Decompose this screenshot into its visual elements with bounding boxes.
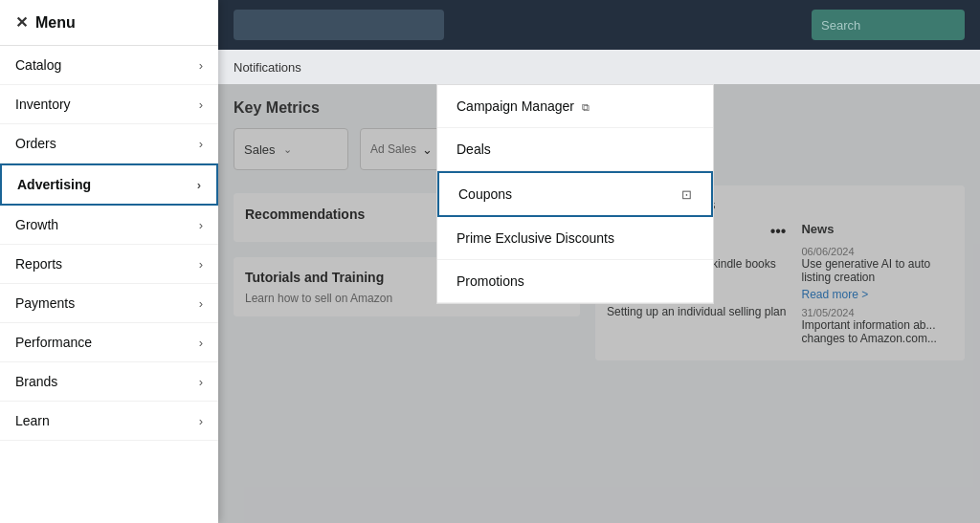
sidebar-header: ✕ Menu — [0, 0, 218, 46]
sidebar-item-reports[interactable]: Reports › — [0, 245, 218, 284]
sidebar: ✕ Menu Catalog › Inventory › Orders › Ad… — [0, 0, 218, 523]
search-bar-left[interactable] — [234, 10, 444, 40]
sidebar-payments-label: Payments — [15, 295, 75, 311]
sidebar-learn-label: Learn — [15, 413, 50, 428]
sidebar-item-orders[interactable]: Orders › — [0, 124, 218, 163]
coupons-label: Coupons — [458, 186, 512, 202]
adv-menu-prime-exclusive-discounts[interactable]: Prime Exclusive Discounts — [437, 217, 713, 260]
chevron-right-icon: › — [199, 336, 203, 350]
chevron-right-icon: › — [199, 98, 203, 112]
adv-menu-promotions[interactable]: Promotions — [437, 260, 713, 303]
sidebar-item-growth[interactable]: Growth › — [0, 206, 218, 245]
chevron-right-icon: › — [199, 218, 203, 232]
sidebar-growth-label: Growth — [15, 217, 58, 232]
search-label: Search — [821, 18, 860, 33]
sidebar-catalog-label: Catalog — [15, 57, 61, 73]
sidebar-item-learn[interactable]: Learn › — [0, 402, 218, 441]
bookmark-icon: ⊡ — [681, 187, 692, 202]
chevron-right-icon: › — [199, 257, 203, 272]
search-input[interactable]: Search — [812, 10, 965, 40]
deals-label: Deals — [457, 142, 491, 157]
sidebar-performance-label: Performance — [15, 335, 92, 350]
sidebar-menu-label: Menu — [35, 14, 76, 32]
prime-exclusive-label: Prime Exclusive Discounts — [457, 230, 614, 246]
notifications-label: Notifications — [234, 60, 301, 75]
notifications-bar: Notifications — [218, 50, 980, 84]
advertising-dropdown: Campaign Manager ⧉ Deals Coupons ⊡ Prime… — [436, 84, 714, 304]
chevron-right-icon: › — [199, 296, 203, 311]
sidebar-item-payments[interactable]: Payments › — [0, 284, 218, 323]
sidebar-item-brands[interactable]: Brands › — [0, 362, 218, 402]
sidebar-item-inventory[interactable]: Inventory › — [0, 85, 218, 124]
content-area: Key Metrics Sales ⌄ Ad Sales ⌄ Ad Impres… — [218, 84, 980, 523]
adv-menu-campaign-manager[interactable]: Campaign Manager ⧉ — [437, 85, 713, 128]
sidebar-item-performance[interactable]: Performance › — [0, 323, 218, 362]
sidebar-orders-label: Orders — [15, 136, 56, 151]
sidebar-inventory-label: Inventory — [15, 97, 71, 112]
chevron-right-icon: › — [199, 58, 203, 73]
external-link-icon: ⧉ — [582, 101, 590, 113]
adv-menu-deals[interactable]: Deals — [437, 128, 713, 171]
campaign-manager-label: Campaign Manager — [457, 98, 574, 114]
sidebar-item-catalog[interactable]: Catalog › — [0, 46, 218, 85]
sidebar-item-advertising[interactable]: Advertising › — [0, 163, 218, 206]
promotions-label: Promotions — [457, 273, 524, 289]
chevron-right-icon: › — [199, 414, 203, 428]
top-bar: Search — [218, 0, 980, 50]
main-area: Search Notifications Key Metrics Sales ⌄… — [218, 0, 980, 523]
adv-menu-coupons[interactable]: Coupons ⊡ — [437, 171, 713, 217]
chevron-right-icon: › — [199, 137, 203, 151]
close-icon[interactable]: ✕ — [15, 13, 28, 32]
chevron-right-icon: › — [197, 178, 201, 192]
sidebar-reports-label: Reports — [15, 256, 62, 272]
chevron-right-icon: › — [199, 375, 203, 389]
sidebar-advertising-label: Advertising — [17, 177, 91, 192]
sidebar-brands-label: Brands — [15, 374, 57, 389]
